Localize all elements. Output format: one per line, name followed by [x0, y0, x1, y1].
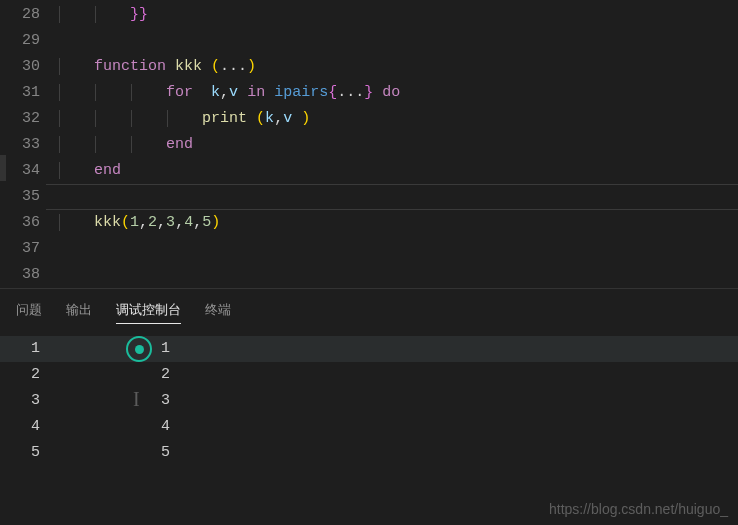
line-number: 36: [0, 210, 58, 236]
code-line[interactable]: 32 print (k,v ): [0, 106, 738, 132]
line-number: 38: [0, 262, 58, 288]
output-line: 33I: [0, 388, 738, 414]
code-line[interactable]: 28 }}: [0, 2, 738, 28]
output-key: 1: [0, 336, 80, 362]
code-line[interactable]: 36 kkk(1,2,3,4,5): [0, 210, 738, 236]
output-value: 3: [80, 388, 170, 414]
output-key: 2: [0, 362, 80, 388]
tab-debug-console[interactable]: 调试控制台: [116, 297, 181, 324]
output-line: 22: [0, 362, 738, 388]
watermark: https://blog.csdn.net/huiguo_: [549, 501, 728, 517]
editor-container: 28 }}2930 function kkk (...)31 for k,v i…: [0, 0, 738, 525]
code-content: print (k,v ): [58, 106, 738, 132]
code-content: kkk(1,2,3,4,5): [58, 210, 738, 236]
debug-console-output[interactable]: 112233I4455: [0, 332, 738, 525]
output-key: 4: [0, 414, 80, 440]
line-number: 31: [0, 80, 58, 106]
output-key: 3: [0, 388, 80, 414]
panel-tabs: 问题 输出 调试控制台 终端: [0, 289, 738, 332]
code-line[interactable]: 35: [0, 184, 738, 210]
output-key: 5: [0, 440, 80, 466]
line-number: 30: [0, 54, 58, 80]
output-value: 2: [80, 362, 170, 388]
line-number: 28: [0, 2, 58, 28]
code-editor[interactable]: 28 }}2930 function kkk (...)31 for k,v i…: [0, 0, 738, 288]
code-line[interactable]: 29: [0, 28, 738, 54]
output-value: 5: [80, 440, 170, 466]
code-line[interactable]: 38: [0, 262, 738, 288]
line-number: 33: [0, 132, 58, 158]
minimap-strip: [0, 155, 6, 181]
code-content: for k,v in ipairs{...} do: [58, 80, 738, 106]
tab-problems[interactable]: 问题: [16, 297, 42, 324]
tab-terminal[interactable]: 终端: [205, 297, 231, 324]
code-content: [58, 236, 738, 262]
code-line[interactable]: 34 end: [0, 158, 738, 184]
code-content: end: [58, 132, 738, 158]
code-line[interactable]: 33 end: [0, 132, 738, 158]
output-line: 55: [0, 440, 738, 466]
code-content: [58, 262, 738, 288]
line-number: 29: [0, 28, 58, 54]
output-value: 4: [80, 414, 170, 440]
output-value: 1: [80, 336, 170, 362]
code-line[interactable]: 37: [0, 236, 738, 262]
output-line: 44: [0, 414, 738, 440]
line-number: 37: [0, 236, 58, 262]
code-line[interactable]: 31 for k,v in ipairs{...} do: [0, 80, 738, 106]
code-content: function kkk (...): [58, 54, 738, 80]
breakpoint-indicator-icon: [126, 336, 152, 362]
line-number: 32: [0, 106, 58, 132]
code-line[interactable]: 30 function kkk (...): [0, 54, 738, 80]
code-content: end: [58, 158, 738, 184]
line-number: 34: [0, 158, 58, 184]
code-content: [58, 28, 738, 54]
code-content: }}: [58, 2, 738, 28]
bottom-panel: 问题 输出 调试控制台 终端 112233I4455: [0, 288, 738, 525]
code-content: [58, 184, 738, 210]
text-cursor-icon: I: [133, 386, 140, 412]
output-line: 11: [0, 336, 738, 362]
tab-output[interactable]: 输出: [66, 297, 92, 324]
